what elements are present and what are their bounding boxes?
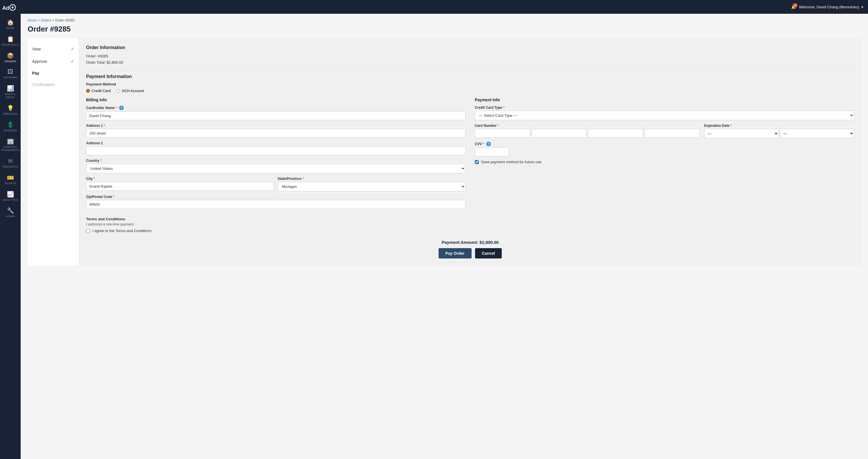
- exp-year-select[interactable]: — 202420252026 2027202820292030: [780, 129, 854, 138]
- steps-panel: View ✓ Approve ✓ Pay Confirmation: [28, 38, 79, 265]
- admin-icon: 🔧: [7, 207, 14, 214]
- sidebar-item-requests[interactable]: ✉ REQUESTS: [0, 155, 21, 171]
- billing-title: Billing Info: [86, 98, 466, 102]
- sidebar-item-services[interactable]: 💡 SERVICES: [0, 102, 21, 119]
- save-payment-checkbox[interactable]: [475, 160, 479, 164]
- company-statements-icon: 🏢: [7, 138, 14, 144]
- exp-date-selects: — 01020304 05060708 09101112 — 202420252…: [704, 129, 854, 138]
- step-view[interactable]: View ✓: [28, 43, 79, 55]
- pay-order-button[interactable]: Pay Order: [439, 248, 472, 259]
- address1-input[interactable]: [86, 129, 466, 138]
- city-label: City *: [86, 177, 274, 181]
- sidebar-item-home[interactable]: 🏠 HOME: [0, 16, 21, 33]
- cardholder-input[interactable]: [86, 111, 466, 120]
- sidebar-item-analytics[interactable]: 📈 ANALYTICS: [0, 188, 21, 204]
- sidebar-item-label: DIGITAL MEDIA: [1, 93, 20, 99]
- card-type-label: Credit Card Type *: [475, 105, 854, 109]
- analytics-icon: 📈: [7, 191, 14, 198]
- payment-method-group: Credit Card ACH Account: [86, 89, 854, 93]
- zip-input[interactable]: [86, 200, 466, 209]
- breadcrumb-orders[interactable]: Orders: [41, 19, 51, 22]
- divider-1: [86, 70, 854, 71]
- card-num-exp-row: Card Number *: [475, 124, 854, 138]
- city-input[interactable]: [86, 182, 274, 191]
- save-payment-label[interactable]: Save payment method for future use: [481, 160, 541, 164]
- address2-group: Address 2: [86, 141, 466, 155]
- billing-payment-row: Billing Info Cardholder Name * ?: [86, 98, 854, 212]
- terms-text: I authorize a one-time payment.: [86, 222, 854, 226]
- payment-amount: Payment Amount: $2,800.00: [86, 240, 854, 245]
- payment-information: Payment Information Payment Method Credi…: [86, 74, 854, 93]
- sidebar: Ad 🏠 HOME 📋 PROPOSALS 📦 ORDERS 🖼 ARTWORK…: [0, 0, 21, 459]
- user-menu[interactable]: 🔔 18 Welcome, David Chang (Momofuku) ▾: [791, 5, 863, 9]
- sidebar-item-artwork[interactable]: 🖼 ARTWORK: [0, 66, 21, 82]
- exp-month-select[interactable]: — 01020304 05060708 09101112: [704, 129, 779, 138]
- breadcrumb-home[interactable]: Home: [28, 19, 37, 22]
- card-type-group: Credit Card Type * — Select Card Type — …: [475, 105, 854, 120]
- radio-credit-card[interactable]: Credit Card: [86, 89, 111, 93]
- step-pay[interactable]: Pay: [28, 67, 79, 79]
- card-num-1[interactable]: [475, 129, 530, 138]
- country-label: Country *: [86, 159, 466, 163]
- terms-check-row: I agree to the Terms and Conditions: [86, 229, 854, 233]
- cvv-input[interactable]: [475, 147, 509, 156]
- sidebar-item-invoices[interactable]: 💲 INVOICES: [0, 119, 21, 135]
- card-type-select[interactable]: — Select Card Type — Visa MasterCard Ame…: [475, 111, 854, 120]
- credit-card-label: Credit Card: [92, 89, 111, 93]
- cardholder-help-icon[interactable]: ?: [119, 105, 124, 110]
- country-select[interactable]: United States Canada Mexico: [86, 164, 466, 173]
- breadcrumb: Home > Orders > Order #9285: [28, 19, 861, 22]
- exp-date-label: Expiration Date *: [704, 124, 854, 128]
- dropdown-icon: ▾: [861, 5, 863, 9]
- step-view-check: ✓: [71, 46, 74, 52]
- sidebar-item-digital-media[interactable]: 📊 DIGITAL MEDIA: [0, 82, 21, 102]
- card-num-3[interactable]: [588, 129, 643, 138]
- sidebar-item-label: ORDERS: [4, 60, 17, 63]
- state-group: State/Province * Michigan Ohio Illinois …: [278, 177, 466, 191]
- cancel-button[interactable]: Cancel: [475, 248, 502, 259]
- step-pay-label: Pay: [32, 71, 39, 75]
- payment-footer: Payment Amount: $2,800.00 Pay Order Canc…: [86, 240, 854, 259]
- city-group: City *: [86, 177, 274, 191]
- radio-ach[interactable]: ACH Account: [116, 89, 144, 93]
- order-number-row: Order: #9285: [86, 53, 854, 59]
- notification-bell[interactable]: 🔔 18: [791, 5, 796, 9]
- address2-input[interactable]: [86, 146, 466, 155]
- logo[interactable]: Ad: [0, 0, 21, 16]
- sidebar-item-label: REQUESTS: [3, 165, 18, 168]
- sidebar-item-orders[interactable]: 📦 ORDERS: [0, 50, 21, 66]
- sidebar-item-admin[interactable]: 🔧 ADMIN: [0, 204, 21, 221]
- svg-text:Ad: Ad: [2, 5, 9, 11]
- sidebar-item-label: HOME: [6, 27, 14, 30]
- billing-col: Billing Info Cardholder Name * ?: [86, 98, 466, 212]
- sidebar-item-proposals[interactable]: 📋 PROPOSALS: [0, 33, 21, 50]
- state-select[interactable]: Michigan Ohio Illinois New York Californ…: [278, 182, 466, 191]
- invoices-icon: 💲: [7, 121, 14, 128]
- card-number-label: Card Number *: [475, 124, 700, 128]
- cvv-help-icon[interactable]: ?: [486, 142, 491, 146]
- order-info-title: Order Information: [86, 45, 854, 50]
- cvv-label: CVV * ?: [475, 142, 854, 146]
- card-number-inputs: [475, 129, 700, 138]
- terms-checkbox-label[interactable]: I agree to the Terms and Conditions: [92, 229, 152, 233]
- cardholder-group: Cardholder Name * ?: [86, 105, 466, 120]
- payment-col-title: Payment Info: [475, 98, 854, 102]
- city-state-row: City * State/Province *: [86, 177, 466, 191]
- card-num-2[interactable]: [531, 129, 587, 138]
- radio-ach-input[interactable]: [116, 89, 120, 93]
- orders-icon: 📦: [7, 52, 14, 59]
- sidebar-item-company-statements[interactable]: 🏢 COMPANY STATEMENTS: [0, 135, 21, 155]
- step-approve[interactable]: Approve ✓: [28, 55, 79, 67]
- radio-credit-card-input[interactable]: [86, 89, 90, 93]
- state-label: State/Province *: [278, 177, 466, 181]
- address1-group: Address 1 *: [86, 124, 466, 138]
- terms-checkbox[interactable]: [86, 229, 90, 233]
- order-label: Order:: [86, 54, 97, 58]
- artwork-icon: 🖼: [7, 69, 13, 75]
- breadcrumb-current: Order #9285: [55, 19, 74, 22]
- sidebar-item-label: TICKETS: [4, 182, 17, 185]
- save-payment-row: Save payment method for future use: [475, 160, 854, 164]
- card-num-4[interactable]: [644, 129, 700, 138]
- sidebar-item-tickets[interactable]: 🎫 TICKETS: [0, 171, 21, 188]
- sidebar-item-label: INVOICES: [3, 129, 17, 132]
